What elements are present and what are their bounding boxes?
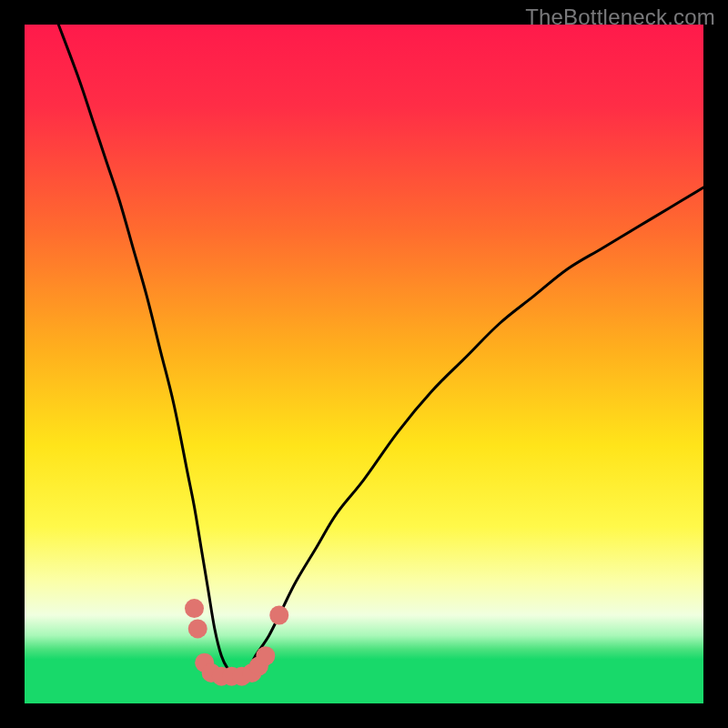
bottleneck-chart bbox=[25, 25, 703, 703]
highlight-point bbox=[269, 606, 288, 625]
highlight-point bbox=[185, 599, 204, 618]
highlight-point bbox=[256, 646, 275, 665]
chart-frame bbox=[25, 25, 703, 703]
chart-background bbox=[25, 25, 703, 703]
highlight-point bbox=[188, 619, 207, 638]
